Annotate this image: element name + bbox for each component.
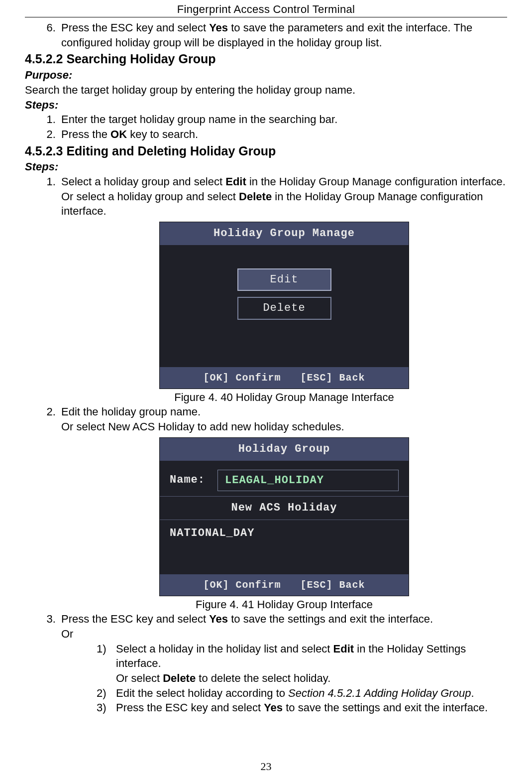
ok-confirm-hint: [OK] Confirm <box>203 579 281 591</box>
text: key to search. <box>127 128 198 140</box>
intro-step-6: Press the ESC key and select Yes to save… <box>59 20 507 50</box>
page-header: Fingerprint Access Control Terminal <box>25 0 507 17</box>
sub-steps-list: Select a holiday in the holiday list and… <box>61 642 507 715</box>
terminal-title: Holiday Group Manage <box>160 222 409 245</box>
section-heading-edit: 4.5.2.3 Editing and Deleting Holiday Gro… <box>25 143 507 160</box>
text: Press the ESC key and select <box>61 21 209 34</box>
text: Enter the target holiday group name in t… <box>61 113 337 126</box>
new-acs-holiday-button[interactable]: New ACS Holiday <box>160 496 409 520</box>
edit-step-1: Select a holiday group and select Edit i… <box>59 174 507 404</box>
edit-bold: Edit <box>333 643 354 655</box>
edit-steps-list: Select a holiday group and select Edit i… <box>25 174 507 715</box>
text: Select a holiday in the holiday list and… <box>116 643 333 655</box>
steps-label: Steps: <box>25 159 507 174</box>
caption-text: Holiday Group Interface <box>254 598 372 611</box>
caption-text: Holiday Group Manage Interface <box>233 391 394 403</box>
delete-button[interactable]: Delete <box>237 297 331 320</box>
section-ref: Section 4.5.2.1 Adding Holiday Group <box>288 687 471 699</box>
text: Or select <box>116 672 163 684</box>
sub-step-1: Select a holiday in the holiday list and… <box>113 642 507 686</box>
text: . <box>471 687 474 699</box>
terminal-body: Edit Delete <box>160 245 409 367</box>
section-heading-search: 4.5.2.2 Searching Holiday Group <box>25 51 507 68</box>
figure-caption: Figure 4. 40 Holiday Group Manage Interf… <box>61 390 507 405</box>
yes-bold: Yes <box>264 701 283 714</box>
caption-number: Figure 4. 40 <box>174 391 232 403</box>
search-step-2: Press the OK key to search. <box>59 127 507 142</box>
text: to save the settings and exit the interf… <box>228 613 433 625</box>
delete-bold: Delete <box>239 190 272 203</box>
steps-label: Steps: <box>25 98 507 113</box>
name-input[interactable]: LEAGAL_HOLIDAY <box>217 470 399 492</box>
esc-back-hint: [ESC] Back <box>301 579 365 591</box>
text: Press the ESC key and select <box>61 613 209 625</box>
name-label: Name: <box>170 470 217 492</box>
ok-bold: OK <box>110 128 127 140</box>
yes-bold: Yes <box>209 613 228 625</box>
text: Edit the select holiday according to <box>116 687 288 699</box>
terminal-footer: [OK] Confirm [ESC] Back <box>160 574 409 596</box>
search-step-1: Enter the target holiday group name in t… <box>59 112 507 127</box>
edit-button[interactable]: Edit <box>237 268 331 291</box>
delete-bold: Delete <box>163 672 196 684</box>
page-number: 23 <box>0 760 532 773</box>
search-steps-list: Enter the target holiday group name in t… <box>25 112 507 141</box>
edit-step-2: Edit the holiday group name. Or select N… <box>59 404 507 612</box>
purpose-text: Search the target holiday group by enter… <box>25 83 507 98</box>
or-text: Or <box>61 627 507 642</box>
text: Edit the holiday group name. <box>61 404 507 419</box>
edit-bold: Edit <box>225 175 246 188</box>
terminal-footer: [OK] Confirm [ESC] Back <box>160 367 409 389</box>
yes-bold: Yes <box>209 21 228 34</box>
sub-step-3: Press the ESC key and select Yes to save… <box>113 700 507 715</box>
text: to delete the select holiday. <box>196 672 330 684</box>
text: Or select a holiday group and select <box>61 190 239 203</box>
text: Press the ESC key and select <box>116 701 264 714</box>
esc-back-hint: [ESC] Back <box>301 372 365 384</box>
edit-step-3: Press the ESC key and select Yes to save… <box>59 612 507 715</box>
name-row: Name: LEAGAL_HOLIDAY <box>160 470 409 492</box>
caption-number: Figure 4. 41 <box>196 598 254 611</box>
text: to save the settings and exit the interf… <box>283 701 488 714</box>
holiday-list-item[interactable]: NATIONAL_DAY <box>160 524 409 543</box>
figure-caption: Figure 4. 41 Holiday Group Interface <box>61 597 507 612</box>
terminal-screen-group: Holiday Group Name: LEAGAL_HOLIDAY New A… <box>159 437 409 596</box>
purpose-label: Purpose: <box>25 68 507 83</box>
terminal-title: Holiday Group <box>160 438 409 461</box>
sub-step-2: Edit the select holiday according to Sec… <box>113 686 507 701</box>
page-content: Press the ESC key and select Yes to save… <box>25 17 507 715</box>
ok-confirm-hint: [OK] Confirm <box>203 372 281 384</box>
text: Select a holiday group and select <box>61 175 225 188</box>
figure-4-41: Holiday Group Name: LEAGAL_HOLIDAY New A… <box>61 437 507 612</box>
text: in the Holiday Group Manage configuratio… <box>246 175 506 188</box>
text: Press the <box>61 128 110 140</box>
terminal-screen-manage: Holiday Group Manage Edit Delete [OK] Co… <box>159 222 409 389</box>
figure-4-40: Holiday Group Manage Edit Delete [OK] Co… <box>61 222 507 404</box>
intro-steps-list: Press the ESC key and select Yes to save… <box>25 20 507 50</box>
terminal-body: Name: LEAGAL_HOLIDAY New ACS Holiday NAT… <box>160 461 409 574</box>
text: Or select New ACS Holiday to add new hol… <box>61 419 507 434</box>
